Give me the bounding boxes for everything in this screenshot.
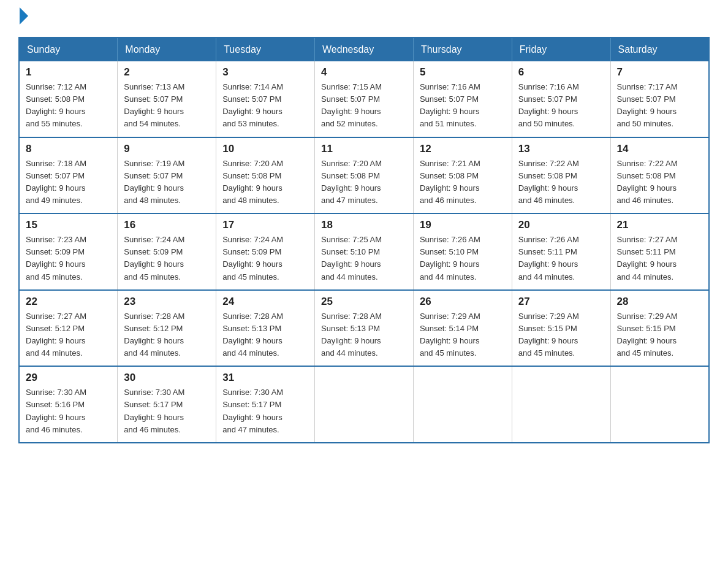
day-number: 21 — [617, 219, 702, 231]
day-info: Sunrise: 7:14 AMSunset: 5:07 PMDaylight:… — [222, 81, 308, 131]
day-info: Sunrise: 7:20 AMSunset: 5:08 PMDaylight:… — [321, 158, 407, 207]
day-number: 4 — [321, 66, 407, 79]
weekday-header-friday: Friday — [512, 37, 610, 61]
weekday-header-saturday: Saturday — [610, 37, 709, 61]
calendar-day-cell: 2Sunrise: 7:13 AMSunset: 5:07 PMDaylight… — [118, 61, 216, 137]
calendar-day-cell: 19Sunrise: 7:26 AMSunset: 5:10 PMDayligh… — [413, 213, 512, 290]
calendar-day-cell: 30Sunrise: 7:30 AMSunset: 5:17 PMDayligh… — [118, 366, 216, 443]
day-info: Sunrise: 7:28 AMSunset: 5:13 PMDaylight:… — [321, 310, 407, 360]
day-info: Sunrise: 7:13 AMSunset: 5:07 PMDaylight:… — [124, 81, 210, 131]
day-number: 9 — [124, 143, 210, 155]
calendar-day-cell: 23Sunrise: 7:28 AMSunset: 5:12 PMDayligh… — [118, 290, 216, 367]
day-number: 20 — [518, 219, 604, 231]
day-info: Sunrise: 7:23 AMSunset: 5:09 PMDaylight:… — [26, 234, 111, 283]
calendar-day-cell: 29Sunrise: 7:30 AMSunset: 5:16 PMDayligh… — [19, 366, 118, 443]
day-number: 8 — [26, 143, 111, 155]
day-info: Sunrise: 7:22 AMSunset: 5:08 PMDaylight:… — [617, 158, 702, 207]
day-info: Sunrise: 7:30 AMSunset: 5:16 PMDaylight:… — [26, 386, 111, 436]
calendar-day-cell: 25Sunrise: 7:28 AMSunset: 5:13 PMDayligh… — [315, 290, 414, 367]
weekday-header-row: SundayMondayTuesdayWednesdayThursdayFrid… — [19, 37, 709, 61]
day-number: 11 — [321, 143, 407, 155]
calendar-day-cell — [610, 366, 709, 443]
day-info: Sunrise: 7:12 AMSunset: 5:08 PMDaylight:… — [26, 81, 111, 131]
day-info: Sunrise: 7:21 AMSunset: 5:08 PMDaylight:… — [420, 158, 506, 207]
day-info: Sunrise: 7:16 AMSunset: 5:07 PMDaylight:… — [420, 81, 506, 131]
calendar-day-cell: 17Sunrise: 7:24 AMSunset: 5:09 PMDayligh… — [216, 213, 315, 290]
calendar-day-cell: 24Sunrise: 7:28 AMSunset: 5:13 PMDayligh… — [216, 290, 315, 367]
calendar-table: SundayMondayTuesdayWednesdayThursdayFrid… — [18, 37, 710, 443]
day-info: Sunrise: 7:30 AMSunset: 5:17 PMDaylight:… — [124, 386, 210, 436]
calendar-day-cell — [512, 366, 610, 443]
day-info: Sunrise: 7:28 AMSunset: 5:12 PMDaylight:… — [124, 310, 210, 360]
day-number: 25 — [321, 296, 407, 308]
day-number: 14 — [617, 143, 702, 155]
day-info: Sunrise: 7:26 AMSunset: 5:10 PMDaylight:… — [420, 234, 506, 283]
day-info: Sunrise: 7:29 AMSunset: 5:15 PMDaylight:… — [617, 310, 702, 360]
calendar-week-row: 29Sunrise: 7:30 AMSunset: 5:16 PMDayligh… — [19, 366, 709, 443]
calendar-day-cell: 8Sunrise: 7:18 AMSunset: 5:07 PMDaylight… — [19, 137, 118, 214]
day-info: Sunrise: 7:27 AMSunset: 5:11 PMDaylight:… — [617, 234, 702, 283]
calendar-week-row: 15Sunrise: 7:23 AMSunset: 5:09 PMDayligh… — [19, 213, 709, 290]
day-info: Sunrise: 7:29 AMSunset: 5:15 PMDaylight:… — [518, 310, 604, 360]
day-info: Sunrise: 7:24 AMSunset: 5:09 PMDaylight:… — [222, 234, 308, 283]
weekday-header-wednesday: Wednesday — [315, 37, 414, 61]
calendar-week-row: 8Sunrise: 7:18 AMSunset: 5:07 PMDaylight… — [19, 137, 709, 214]
calendar-day-cell: 9Sunrise: 7:19 AMSunset: 5:07 PMDaylight… — [118, 137, 216, 214]
calendar-week-row: 22Sunrise: 7:27 AMSunset: 5:12 PMDayligh… — [19, 290, 709, 367]
day-number: 24 — [222, 296, 308, 308]
weekday-header-thursday: Thursday — [413, 37, 512, 61]
day-number: 18 — [321, 219, 407, 231]
day-number: 22 — [26, 296, 111, 308]
day-number: 6 — [518, 66, 604, 79]
calendar-week-row: 1Sunrise: 7:12 AMSunset: 5:08 PMDaylight… — [19, 61, 709, 137]
calendar-day-cell: 6Sunrise: 7:16 AMSunset: 5:07 PMDaylight… — [512, 61, 610, 137]
calendar-day-cell: 21Sunrise: 7:27 AMSunset: 5:11 PMDayligh… — [610, 213, 709, 290]
day-number: 2 — [124, 66, 210, 79]
day-info: Sunrise: 7:25 AMSunset: 5:10 PMDaylight:… — [321, 234, 407, 283]
calendar-day-cell: 20Sunrise: 7:26 AMSunset: 5:11 PMDayligh… — [512, 213, 610, 290]
day-info: Sunrise: 7:16 AMSunset: 5:07 PMDaylight:… — [518, 81, 604, 131]
day-info: Sunrise: 7:18 AMSunset: 5:07 PMDaylight:… — [26, 158, 111, 207]
day-info: Sunrise: 7:28 AMSunset: 5:13 PMDaylight:… — [222, 310, 308, 360]
day-info: Sunrise: 7:20 AMSunset: 5:08 PMDaylight:… — [222, 158, 308, 207]
weekday-header-sunday: Sunday — [19, 37, 118, 61]
day-info: Sunrise: 7:29 AMSunset: 5:14 PMDaylight:… — [420, 310, 506, 360]
page-header — [18, 12, 710, 25]
calendar-day-cell — [315, 366, 414, 443]
day-number: 31 — [222, 372, 308, 384]
day-number: 10 — [222, 143, 308, 155]
calendar-day-cell: 11Sunrise: 7:20 AMSunset: 5:08 PMDayligh… — [315, 137, 414, 214]
day-number: 19 — [420, 219, 506, 231]
calendar-day-cell: 5Sunrise: 7:16 AMSunset: 5:07 PMDaylight… — [413, 61, 512, 137]
day-number: 16 — [124, 219, 210, 231]
calendar-day-cell: 3Sunrise: 7:14 AMSunset: 5:07 PMDaylight… — [216, 61, 315, 137]
calendar-day-cell: 1Sunrise: 7:12 AMSunset: 5:08 PMDaylight… — [19, 61, 118, 137]
weekday-header-monday: Monday — [118, 37, 216, 61]
day-info: Sunrise: 7:27 AMSunset: 5:12 PMDaylight:… — [26, 310, 111, 360]
day-number: 15 — [26, 219, 111, 231]
day-info: Sunrise: 7:15 AMSunset: 5:07 PMDaylight:… — [321, 81, 407, 131]
day-number: 7 — [617, 66, 702, 79]
calendar-day-cell: 26Sunrise: 7:29 AMSunset: 5:14 PMDayligh… — [413, 290, 512, 367]
day-number: 5 — [420, 66, 506, 79]
day-number: 27 — [518, 296, 604, 308]
calendar-day-cell — [413, 366, 512, 443]
day-number: 13 — [518, 143, 604, 155]
day-number: 12 — [420, 143, 506, 155]
calendar-day-cell: 16Sunrise: 7:24 AMSunset: 5:09 PMDayligh… — [118, 213, 216, 290]
day-number: 3 — [222, 66, 308, 79]
day-info: Sunrise: 7:24 AMSunset: 5:09 PMDaylight:… — [124, 234, 210, 283]
calendar-day-cell: 14Sunrise: 7:22 AMSunset: 5:08 PMDayligh… — [610, 137, 709, 214]
day-info: Sunrise: 7:22 AMSunset: 5:08 PMDaylight:… — [518, 158, 604, 207]
day-number: 28 — [617, 296, 702, 308]
day-number: 17 — [222, 219, 308, 231]
day-number: 23 — [124, 296, 210, 308]
logo-triangle-icon — [20, 7, 28, 25]
day-number: 26 — [420, 296, 506, 308]
day-number: 1 — [26, 66, 111, 79]
calendar-day-cell: 13Sunrise: 7:22 AMSunset: 5:08 PMDayligh… — [512, 137, 610, 214]
calendar-day-cell: 27Sunrise: 7:29 AMSunset: 5:15 PMDayligh… — [512, 290, 610, 367]
calendar-day-cell: 15Sunrise: 7:23 AMSunset: 5:09 PMDayligh… — [19, 213, 118, 290]
calendar-day-cell: 18Sunrise: 7:25 AMSunset: 5:10 PMDayligh… — [315, 213, 414, 290]
day-info: Sunrise: 7:30 AMSunset: 5:17 PMDaylight:… — [222, 386, 308, 436]
